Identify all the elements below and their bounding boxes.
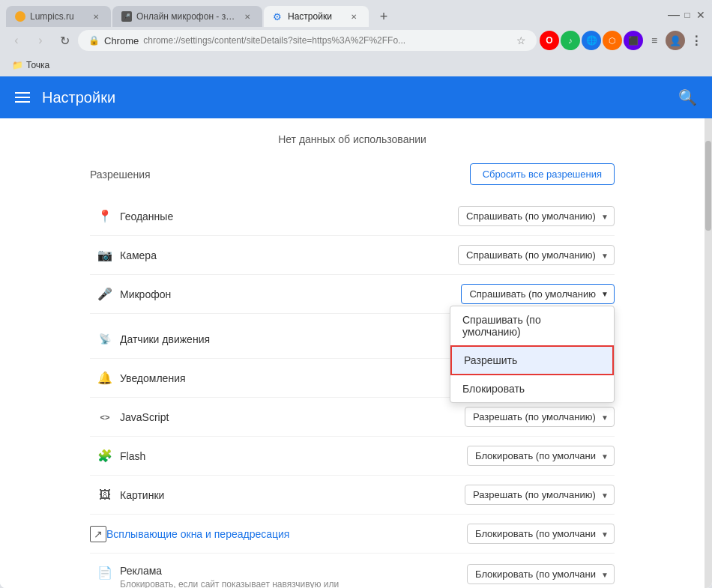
no-data-text: Нет данных об использовании: [90, 133, 615, 145]
settings-main: Нет данных об использовании Разрешения С…: [60, 118, 645, 588]
flash-dropdown[interactable]: Блокировать (по умолчани Разрешить: [467, 446, 615, 466]
forward-button[interactable]: ›: [30, 30, 51, 51]
bookmark-label: Точка: [26, 60, 49, 70]
permission-row-microphone: 🎤 Микрофон Спрашивать (по умолчанию ▼ Сп…: [90, 275, 615, 314]
ads-info: Реклама Блокировать, если сайт показывае…: [120, 564, 467, 588]
popups-name[interactable]: Всплывающие окна и переадресация: [106, 528, 467, 540]
music-icon[interactable]: ♪: [561, 31, 580, 50]
lumpics-favicon: [15, 11, 25, 22]
javascript-name: JavaScript: [120, 411, 465, 423]
mic-option-block[interactable]: Блокировать: [450, 375, 614, 402]
tab-lumpics[interactable]: Lumpics.ru ✕: [6, 6, 111, 27]
bookmark-item-tochka[interactable]: 📁 Точка: [7, 58, 54, 72]
permission-row-ads: 📄 Реклама Блокировать, если сайт показыв…: [90, 554, 615, 588]
tabs-row: Lumpics.ru ✕ 🎤 Онлайн микрофон - запись …: [6, 6, 669, 27]
microphone-icon: 🎤: [90, 287, 120, 301]
permission-row-images: 🖼 Картинки Разрешать (по умолчанию) Блок…: [90, 476, 615, 515]
tab-lumpics-close[interactable]: ✕: [90, 10, 102, 22]
tab-settings[interactable]: ⚙ Настройки ✕: [264, 6, 369, 27]
reset-permissions-button[interactable]: Сбросить все разрешения: [470, 163, 615, 185]
tab-mic-title: Онлайн микрофон - запись го...: [136, 11, 237, 22]
mic-option-allow[interactable]: Разрешить: [450, 345, 614, 375]
tab-settings-title: Настройки: [288, 11, 343, 22]
camera-dropdown[interactable]: Спрашивать (по умолчанию) Разрешить Блок…: [458, 245, 615, 265]
popups-select: Блокировать (по умолчани Разрешить ▼: [467, 524, 615, 544]
flash-name: Flash: [120, 450, 467, 462]
tab-mic[interactable]: 🎤 Онлайн микрофон - запись го... ✕: [112, 6, 262, 27]
notifications-icon: 🔔: [90, 371, 120, 385]
microphone-dropdown-display[interactable]: Спрашивать (по умолчанию ▼: [461, 284, 615, 304]
bookmark-star-icon[interactable]: ☆: [516, 34, 526, 46]
javascript-select: Разрешать (по умолчанию) Блокировать ▼: [465, 407, 615, 427]
address-bar[interactable]: 🔒 Chrome chrome://settings/content/siteD…: [78, 30, 537, 51]
list-icon[interactable]: ≡: [645, 31, 664, 50]
ads-subtext: Блокировать, если сайт показывает навязч…: [120, 579, 467, 588]
settings-favicon: ⚙: [273, 11, 283, 22]
microphone-dropdown-popup: Спрашивать (по умолчанию) Разрешить Блок…: [450, 306, 615, 403]
camera-name: Камера: [120, 249, 458, 261]
permission-row-popups: ↗ Всплывающие окна и переадресация Блоки…: [90, 515, 615, 554]
images-name: Картинки: [120, 489, 465, 501]
close-window-button[interactable]: ✕: [696, 10, 706, 20]
geodata-dropdown[interactable]: Спрашивать (по умолчанию) Разрешить Блок…: [458, 206, 615, 226]
geodata-select: Спрашивать (по умолчанию) Разрешить Блок…: [458, 206, 615, 226]
maximize-button[interactable]: □: [682, 10, 693, 20]
window-controls: — □ ✕: [669, 10, 706, 23]
reload-button[interactable]: ↻: [54, 30, 75, 51]
images-icon: 🖼: [90, 488, 120, 502]
permission-row-camera: 📷 Камера Спрашивать (по умолчанию) Разре…: [90, 236, 615, 275]
javascript-dropdown[interactable]: Разрешать (по умолчанию) Блокировать: [465, 407, 615, 427]
settings-page-title: Настройки: [42, 89, 666, 106]
ads-name: Реклама: [120, 565, 162, 577]
bookmark-folder-icon: 📁: [12, 60, 23, 70]
puzzle-icon[interactable]: ⬛: [624, 31, 643, 50]
settings-page: Настройки 🔍 Нет данных об использовании …: [0, 76, 712, 588]
notifications-name: Уведомления: [120, 372, 458, 384]
page-area: Настройки 🔍 Нет данных об использовании …: [0, 76, 712, 588]
geodata-name: Геоданные: [120, 210, 458, 222]
cube-icon[interactable]: ⬡: [603, 31, 622, 50]
permission-row-javascript: <> JavaScript Разрешать (по умолчанию) Б…: [90, 398, 615, 437]
globe-icon[interactable]: 🌐: [582, 31, 601, 50]
new-tab-button[interactable]: +: [373, 6, 394, 27]
permission-row-geodata: 📍 Геоданные Спрашивать (по умолчанию) Ра…: [90, 197, 615, 236]
permission-row-flash: 🧩 Flash Блокировать (по умолчани Разреши…: [90, 437, 615, 476]
popups-icon: ↗: [90, 526, 106, 542]
ads-dropdown[interactable]: Блокировать (по умолчани Разрешить: [467, 564, 615, 584]
images-select: Разрешать (по умолчанию) Блокировать ▼: [465, 485, 615, 505]
profile-avatar[interactable]: 👤: [666, 31, 685, 50]
title-bar: Lumpics.ru ✕ 🎤 Онлайн микрофон - запись …: [0, 0, 712, 27]
tab-mic-close[interactable]: ✕: [241, 10, 253, 22]
flash-icon: 🧩: [90, 449, 120, 463]
geodata-icon: 📍: [90, 209, 120, 223]
mic-favicon: 🎤: [121, 11, 132, 22]
minimize-button[interactable]: —: [669, 10, 679, 20]
scrollbar-thumb[interactable]: [705, 141, 711, 231]
images-dropdown[interactable]: Разрешать (по умолчанию) Блокировать: [465, 485, 615, 505]
camera-select: Спрашивать (по умолчанию) Разрешить Блок…: [458, 245, 615, 265]
microphone-select: Спрашивать (по умолчанию ▼ Спрашивать (п…: [461, 284, 615, 304]
tab-settings-close[interactable]: ✕: [348, 10, 360, 22]
popups-dropdown[interactable]: Блокировать (по умолчани Разрешить: [467, 524, 615, 544]
browser-window: Lumpics.ru ✕ 🎤 Онлайн микрофон - запись …: [0, 0, 712, 588]
hamburger-menu[interactable]: [15, 92, 30, 103]
tab-lumpics-title: Lumpics.ru: [30, 11, 85, 22]
ads-select: Блокировать (по умолчани Разрешить ▼: [467, 564, 615, 584]
opera-icon[interactable]: O: [540, 31, 559, 50]
flash-select: Блокировать (по умолчани Разрешить ▼: [467, 446, 615, 466]
bookmark-bar: 📁 Точка: [0, 57, 712, 76]
microphone-arrow: ▼: [601, 290, 609, 298]
motion-name: Датчики движения: [120, 333, 458, 345]
javascript-icon: <>: [90, 413, 120, 422]
back-button[interactable]: ‹: [6, 30, 27, 51]
settings-body: Нет данных об использовании Разрешения С…: [0, 118, 712, 588]
mic-option-ask[interactable]: Спрашивать (по умолчанию): [450, 306, 614, 345]
menu-icon[interactable]: ⋮: [687, 31, 706, 50]
microphone-selected-value: Спрашивать (по умолчанию: [469, 288, 596, 300]
settings-search-icon[interactable]: 🔍: [678, 88, 697, 106]
toolbar-icons: O ♪ 🌐 ⬡ ⬛ ≡ 👤 ⋮: [540, 31, 706, 50]
scrollbar-track: [705, 118, 712, 588]
address-url: chrome://settings/content/siteDetails?si…: [143, 35, 405, 46]
camera-icon: 📷: [90, 248, 120, 262]
lock-icon: 🔒: [88, 35, 100, 46]
